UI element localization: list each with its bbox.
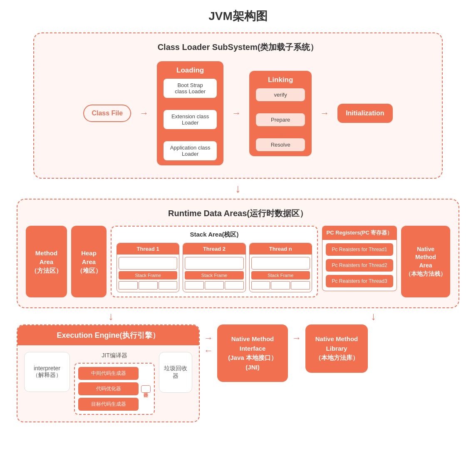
link-item-1: Prepare [256, 113, 305, 126]
jit-section: JIT编译器 中间代码生成器 代码优化器 目标代码生成器 翻译器 [74, 352, 155, 415]
arrow-to-loading: → [139, 109, 149, 118]
init-box: Initialization [337, 104, 392, 123]
thread-header-2: Thread 2 [183, 243, 245, 254]
interpreter-box: interpreter（解释器） [24, 352, 70, 392]
linking-title: Linking [256, 76, 305, 84]
jit-title: JIT编译器 [74, 352, 155, 359]
cell-1-2 [139, 281, 158, 289]
arrow-to-init: → [320, 109, 329, 118]
loader-arrow-1: ↓ [164, 100, 217, 109]
arrow-to-linking: → [232, 109, 241, 118]
class-loader-body: Class File → Loading Boot Strapclass Loa… [47, 61, 429, 165]
pc-body: Pc Reaisters for Thread1 Pc Reaisters fo… [322, 240, 397, 291]
loading-title: Loading [164, 66, 217, 75]
execution-engine-section: Execution Engine(执行引擎） interpreter（解释器） … [17, 324, 200, 422]
pc-item-3: Pc Reaisters for Thread3 [326, 275, 393, 287]
arrow-to-runtime: ↓ [8, 182, 468, 195]
execution-body: interpreter（解释器） JIT编译器 中间代码生成器 代码优化器 目标… [17, 345, 199, 415]
cell-n-3 [291, 281, 310, 289]
loading-box: Loading Boot Strapclass Loader ↓ Extensi… [157, 61, 223, 165]
linking-box: Linking verify ↓ Prepare ↓ Resolve [249, 71, 312, 156]
class-loader-section: Class Loader SubSystem(类加载子系统） Class Fil… [33, 32, 443, 179]
thread-body-2: Stack Frame [183, 254, 245, 292]
jit-item-1: 代码优化器 [78, 382, 139, 395]
execution-title: Execution Engine(执行引擎） [17, 325, 199, 345]
cell-1-3 [159, 281, 178, 289]
cell-1-1 [119, 281, 138, 289]
loader-arrow-2: ↓ [164, 132, 217, 140]
jit-item-0: 中间代码生成器 [78, 367, 139, 380]
link-arrow-1: ↓ [256, 104, 305, 112]
link-arrow-2: ↓ [256, 129, 305, 137]
thread-col-n: Thread n Stack Frame [249, 243, 312, 292]
pc-registers-section: PC Registers(PC 寄存器） Pc Reaisters for Th… [322, 226, 397, 297]
thread-col-2: Thread 2 Stack Frame [183, 243, 245, 292]
native-method-area-box: NativeMethodArea（本地方法栈） [401, 226, 450, 297]
stack-frame-label-n: Stack Frame [251, 271, 310, 279]
loader-item-0: Boot Strapclass Loader [164, 79, 217, 98]
main-title: JVM架构图 [8, 8, 468, 24]
jit-inner: 中间代码生成器 代码优化器 目标代码生成器 翻译器 [74, 363, 155, 415]
heap-area-box: HeapArea（堆区） [71, 226, 107, 297]
stack-frame-cells-1 [119, 281, 177, 289]
thread-header-n: Thread n [250, 243, 312, 254]
arrow-down-right: ↓ [371, 310, 376, 323]
arrow-to-nml: → [292, 333, 301, 344]
link-item-0: verify [256, 88, 305, 101]
loader-item-2: Application classLoader [164, 141, 217, 160]
bottom-row: Execution Engine(执行引擎） interpreter（解释器） … [17, 324, 459, 422]
class-loader-title: Class Loader SubSystem(类加载子系统） [47, 42, 429, 53]
pc-item-2: Pc Reaisters for Thread2 [326, 259, 393, 272]
runtime-body: MethodArea（方法区） HeapArea（堆区） Stack Area(… [26, 226, 450, 297]
thread-col-1: Thread 1 Stack Frame [117, 243, 179, 292]
cell-2-3 [225, 281, 244, 289]
garbage-box: 垃圾回收器 [159, 352, 192, 393]
stack-frame-label-2: Stack Frame [185, 271, 243, 279]
cell-n-2 [271, 281, 290, 289]
jit-side-label: 翻译器 [141, 385, 151, 393]
arrow-from-nmi: ← [204, 345, 213, 356]
stack-area-title: Stack Area(栈区) [117, 231, 312, 239]
cell-2-1 [185, 281, 204, 289]
native-method-interface-box: Native Method Interface(Java 本地接口）(JNI) [217, 324, 288, 382]
method-area-box: MethodArea（方法区） [26, 226, 67, 297]
stack-frame-cells-2 [185, 281, 243, 289]
stack-area-section: Stack Area(栈区) Thread 1 Stack Frame [111, 226, 318, 297]
thread-body-1: Stack Frame [117, 254, 179, 292]
native-method-library-box: Native Method Library（本地方法库） [305, 324, 368, 373]
loader-item-1: Extension classLoader [164, 110, 217, 129]
pc-item-1: Pc Reaisters for Thread1 [326, 243, 393, 256]
jit-items: 中间代码生成器 代码优化器 目标代码生成器 [78, 367, 139, 411]
arrow-down-left: ↓ [108, 310, 114, 323]
cell-n-1 [251, 281, 270, 289]
runtime-section: Runtime Data Areas(运行时数据区） MethodArea（方法… [17, 199, 459, 308]
stack-threads: Thread 1 Stack Frame [117, 243, 312, 292]
jit-item-2: 目标代码生成器 [78, 398, 139, 411]
thread-body-n: Stack Frame [250, 254, 312, 292]
stack-frame-cells-n [251, 281, 310, 289]
thread-header-1: Thread 1 [117, 243, 179, 254]
runtime-title: Runtime Data Areas(运行时数据区） [26, 208, 450, 219]
cell-2-2 [205, 281, 224, 289]
link-item-2: Resolve [256, 138, 305, 151]
stack-frame-label-1: Stack Frame [119, 271, 177, 279]
class-file-box: Class File [83, 105, 131, 122]
pc-title: PC Registers(PC 寄存器） [322, 226, 397, 240]
arrow-to-nmi: → [204, 333, 213, 344]
jvm-diagram: JVM架构图 Class Loader SubSystem(类加载子系统） Cl… [0, 0, 476, 449]
